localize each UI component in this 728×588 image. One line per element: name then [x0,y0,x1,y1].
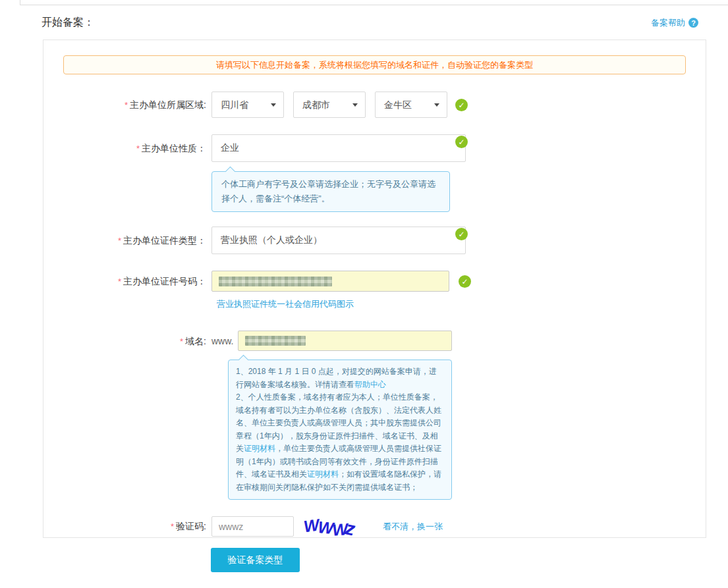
verify-filing-type-button[interactable]: 验证备案类型 [211,548,300,572]
chevron-down-icon [352,103,358,107]
chevron-down-icon [271,103,276,107]
row-captcha: *验证码: W W W z 看不清，换一张 [43,516,706,537]
captcha-letter: W [302,516,319,537]
previous-panel-edge [20,0,728,5]
valid-check-icon [455,136,468,148]
masked-domain [245,336,306,346]
row-region: *主办单位所属区域: 四川省 成都市 金牛区 [43,92,706,118]
help-center-link[interactable]: 帮助中心 [354,380,386,389]
required-asterisk: * [118,236,121,246]
city-select[interactable]: 成都市 [293,92,366,118]
org-type-tooltip: 个体工商户有字号及公章请选择企业；无字号及公章请选择个人，需备注“个体经营”。 [211,171,450,212]
row-domain: *域名: www. 1、2018 年 1 月 1 日 0 点起，对提交的网站备案… [43,331,706,500]
cert-type-input[interactable] [211,227,466,254]
org-type-tooltip-text: 个体工商户有字号及公章请选择企业；无字号及公章请选择个人，需备注“个体经营”。 [221,179,435,203]
chevron-down-icon [434,103,439,107]
domain-input[interactable] [238,331,452,351]
valid-check-icon [459,275,471,288]
proof-material-link[interactable]: 证明材料 [307,469,339,479]
proof-material-link[interactable]: 证明材料 [244,444,275,453]
captcha-label: *验证码: [43,521,211,533]
row-org-type: *主办单位性质： 个体工商户有字号及公章请选择企业；无字号及公章请选择个人，需备… [43,134,706,212]
page-title: 开始备案： [42,16,94,30]
required-asterisk: * [125,100,128,110]
beian-help-link[interactable]: 备案帮助 [651,17,685,29]
cert-type-label: *主办单位证件类型： [43,227,211,247]
cert-number-input[interactable] [211,271,449,292]
required-asterisk: * [118,277,121,286]
domain-tip-seg1: 1、2018 年 1 月 1 日 0 点起，对提交的网站备案申请，进行网站备案域… [236,367,437,389]
domain-label: *域名: [43,331,211,348]
captcha-image[interactable]: W W W z [304,516,362,535]
question-circle-icon[interactable]: ? [688,18,698,28]
required-asterisk: * [171,521,174,531]
district-select[interactable]: 金牛区 [375,92,447,118]
required-asterisk: * [180,336,183,346]
captcha-letter: W [317,518,333,538]
valid-check-icon [455,228,468,240]
cert-number-label: *主办单位证件号码： [43,271,211,288]
info-alert-text: 请填写以下信息开始备案，系统将根据您填写的域名和证件，自动验证您的备案类型 [216,60,533,70]
valid-check-icon [455,99,468,111]
row-cert-number: *主办单位证件号码： [43,271,706,292]
www-prefix: www. [211,331,233,351]
beian-help[interactable]: 备案帮助 ? [651,17,698,29]
captcha-input[interactable] [211,516,294,537]
beian-start-page: 开始备案： 备案帮助 ? 请填写以下信息开始备案，系统将根据您填写的域名和证件，… [0,0,728,588]
filing-form-panel: 请填写以下信息开始备案，系统将根据您填写的域名和证件，自动验证您的备案类型 *主… [43,40,706,538]
page-header: 开始备案： 备案帮助 ? [42,16,698,30]
province-select[interactable]: 四川省 [211,92,284,118]
org-type-label: *主办单位性质： [43,134,211,155]
cert-code-example-link[interactable]: 营业执照证件统一社会信用代码图示 [217,298,706,310]
captcha-refresh-link[interactable]: 看不清，换一张 [383,521,443,533]
masked-cert-number [219,277,332,286]
org-type-input[interactable] [211,134,466,162]
region-label: *主办单位所属区域: [43,92,211,111]
info-alert: 请填写以下信息开始备案，系统将根据您填写的域名和证件，自动验证您的备案类型 [63,55,686,74]
required-asterisk: * [136,144,140,153]
row-cert-type: *主办单位证件类型： [43,227,706,254]
domain-tooltip: 1、2018 年 1 月 1 日 0 点起，对提交的网站备案申请，进行网站备案域… [228,360,452,500]
